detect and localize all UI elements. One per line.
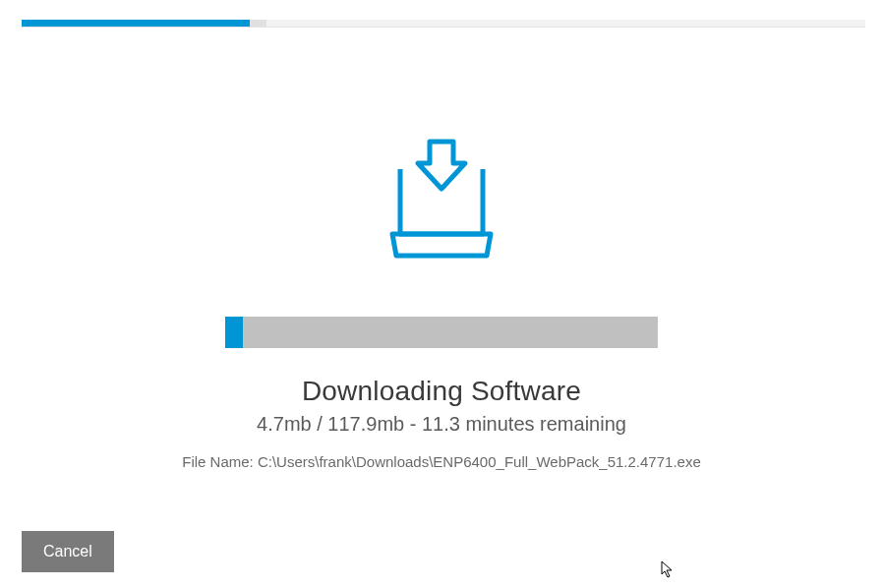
download-laptop-icon bbox=[363, 118, 520, 279]
mouse-cursor bbox=[661, 560, 675, 578]
file-name-label: File Name: bbox=[182, 453, 258, 470]
cancel-button[interactable]: Cancel bbox=[22, 531, 114, 572]
wizard-progress-fill bbox=[22, 20, 250, 27]
download-progress-bar bbox=[225, 317, 658, 348]
status-detail: 4.7mb / 117.9mb - 11.3 minutes remaining bbox=[257, 413, 626, 436]
separator-dash: - bbox=[404, 413, 422, 435]
separator-slash: / bbox=[312, 413, 328, 435]
minutes-remaining-value: 11.3 bbox=[422, 413, 460, 435]
main-content: Downloading Software 4.7mb / 117.9mb - 1… bbox=[0, 69, 883, 470]
file-name-line: File Name: C:\Users\frank\Downloads\ENP6… bbox=[182, 453, 701, 470]
wizard-progress-bar bbox=[22, 20, 865, 28]
wizard-progress-track bbox=[250, 20, 266, 27]
downloaded-mb: 4.7 bbox=[257, 413, 284, 435]
download-progress-fill bbox=[225, 317, 243, 348]
mb-unit-2: mb bbox=[377, 413, 404, 435]
status-title: Downloading Software bbox=[302, 376, 581, 407]
mb-unit-1: mb bbox=[284, 413, 312, 435]
file-name-value: C:\Users\frank\Downloads\ENP6400_Full_We… bbox=[258, 453, 701, 470]
minutes-remaining-label: minutes remaining bbox=[466, 413, 626, 435]
total-mb: 117.9 bbox=[327, 413, 377, 435]
